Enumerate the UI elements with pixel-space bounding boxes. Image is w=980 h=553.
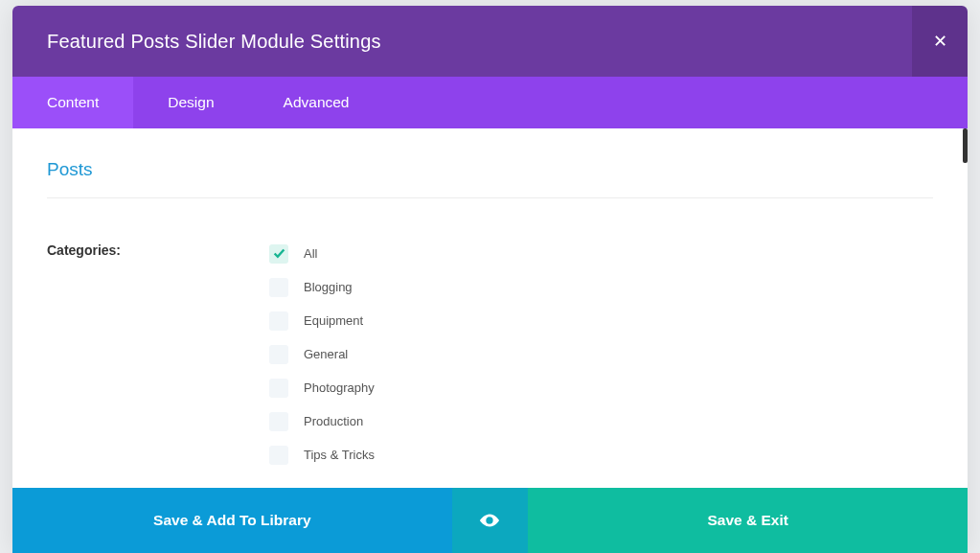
category-label: Equipment [304, 313, 363, 328]
checkbox-tips-tricks[interactable] [269, 446, 288, 465]
checkbox-all[interactable] [269, 244, 288, 264]
check-icon [273, 247, 285, 260]
category-label: General [304, 347, 348, 361]
checkbox-photography[interactable] [269, 379, 288, 398]
category-row: Blogging [269, 270, 933, 304]
tab-content[interactable]: Content [12, 77, 133, 128]
category-label: Tips & Tricks [304, 448, 375, 462]
save-exit-button[interactable]: Save & Exit [528, 488, 968, 553]
tab-advanced[interactable]: Advanced [249, 77, 384, 128]
eye-icon [479, 514, 500, 527]
tab-design[interactable]: Design [133, 77, 248, 128]
checkbox-production[interactable] [269, 412, 288, 431]
categories-field: Categories: All Blogging [47, 237, 933, 472]
settings-modal: Featured Posts Slider Module Settings ✕ … [12, 6, 968, 553]
preview-button[interactable] [452, 488, 529, 553]
category-label: Production [304, 414, 363, 428]
category-row: Production [269, 404, 933, 438]
tabs: Content Design Advanced [12, 77, 968, 128]
close-button[interactable]: ✕ [912, 6, 968, 77]
category-row: Equipment [269, 304, 933, 337]
section-title: Posts [47, 159, 933, 198]
checkbox-equipment[interactable] [269, 311, 288, 331]
category-row: Photography [269, 371, 933, 404]
titlebar: Featured Posts Slider Module Settings ✕ [12, 6, 968, 77]
tab-label: Content [47, 94, 99, 111]
field-label: Categories: [47, 237, 269, 472]
tab-label: Design [168, 94, 214, 111]
categories-list: All Blogging Equipment [269, 237, 933, 472]
category-row: General [269, 337, 933, 371]
category-label: Blogging [304, 280, 353, 294]
category-label: Photography [304, 380, 375, 395]
save-add-library-button[interactable]: Save & Add To Library [12, 488, 452, 553]
close-icon: ✕ [933, 31, 947, 52]
scrollbar-thumb[interactable] [963, 128, 968, 163]
button-label: Save & Add To Library [153, 512, 311, 529]
tab-label: Advanced [284, 94, 350, 111]
category-row: Tips & Tricks [269, 438, 933, 472]
category-row: All [269, 237, 933, 270]
category-label: All [304, 246, 317, 261]
button-label: Save & Exit [707, 512, 787, 529]
checkbox-blogging[interactable] [269, 278, 288, 297]
content-pane: Posts Categories: All Blogging [12, 128, 968, 488]
modal-title: Featured Posts Slider Module Settings [12, 31, 381, 53]
footer: Save & Add To Library Save & Exit [12, 488, 968, 553]
checkbox-general[interactable] [269, 345, 288, 364]
